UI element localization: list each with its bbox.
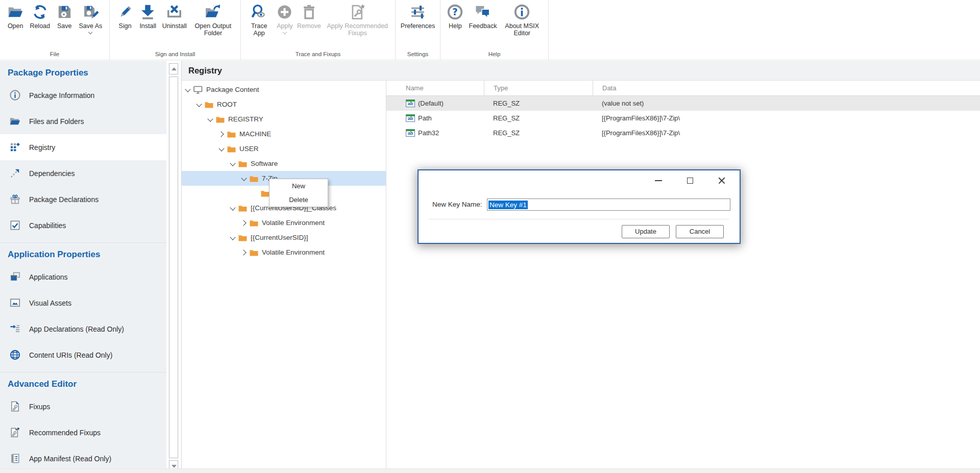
column-header-data[interactable]: Data [593,81,980,95]
sidebar-item-package-information[interactable]: Package Information [0,82,166,108]
feedback-button[interactable]: Feedback [469,0,497,49]
sidebar-item-fixups[interactable]: Fixups [0,393,166,419]
reload-label: Reload [30,22,50,30]
tree-row-machine[interactable]: MACHINE [182,127,386,141]
collapse-chevron-icon[interactable] [240,219,248,227]
app-manifest-icon [9,453,21,464]
about-msix-editor-button[interactable]: About MSIX Editor [502,0,542,49]
about-info-icon [513,4,530,20]
sidebar-item-registry[interactable]: Registry [0,134,166,160]
sidebar-item-visual-assets[interactable]: Visual Assets [0,290,166,316]
tree-row-software[interactable]: Software [182,156,386,171]
sidebar-item-content-uris[interactable]: Content URIs (Read Only) [0,342,166,368]
apply-recommended-fixups-button[interactable]: Apply Recommended Fixups [325,0,390,49]
help-icon: ? [447,4,463,20]
save-button[interactable]: Save [56,0,73,49]
expand-chevron-icon[interactable] [240,175,248,182]
expand-chevron-icon[interactable] [195,101,203,108]
value-type: REG_SZ [484,111,593,126]
sign-pencil-icon [117,4,134,20]
remove-button[interactable]: Remove [297,0,321,49]
column-header-type[interactable]: Type [484,81,593,95]
content-uris-globe-icon [9,349,21,361]
package-information-label: Package Information [29,91,94,99]
reload-button[interactable]: Reload [30,0,50,49]
value-data: (value not set) [593,96,980,111]
value-type: REG_SZ [484,96,593,111]
reg-sz-icon [406,129,415,137]
expand-chevron-icon[interactable] [229,234,236,241]
reload-icon [32,4,48,20]
svg-text:?: ? [452,7,458,17]
expand-chevron-icon[interactable] [218,145,225,153]
scroll-up-arrow-icon [172,67,177,70]
save-as-dropdown-chevron-icon[interactable] [88,31,92,35]
expand-chevron-icon[interactable] [184,86,191,93]
dialog-separator [429,219,729,219]
sidebar-item-files-and-folders[interactable]: Files and Folders [0,108,166,134]
table-row-path[interactable]: Path REG_SZ [{ProgramFilesX86}]\7-Zip\ [386,111,980,126]
expand-chevron-icon[interactable] [229,205,236,212]
help-button[interactable]: ? Help [447,0,463,49]
apply-button[interactable]: Apply [276,0,293,49]
update-button[interactable]: Update [622,225,670,238]
context-menu-item-delete[interactable]: Delete [270,193,328,207]
close-button[interactable] [714,175,729,186]
cancel-button[interactable]: Cancel [676,225,724,238]
tree-row-volatile-environment[interactable]: Volatile Environment [182,215,386,230]
install-button[interactable]: Install [139,0,156,49]
sidebar-item-app-declarations[interactable]: App Declarations (Read Only) [0,316,166,342]
uninstall-button[interactable]: Uninstall [162,0,187,49]
sign-button[interactable]: Sign [117,0,134,49]
dependencies-label: Dependencies [29,169,75,178]
collapse-chevron-icon[interactable] [240,249,248,256]
sidebar-item-applications[interactable]: Applications [0,264,166,290]
save-as-button[interactable]: Save As [79,0,102,49]
applications-label: Applications [29,273,68,281]
files-and-folders-label: Files and Folders [29,117,84,126]
folder-icon [250,249,258,256]
remove-trash-icon [301,4,317,20]
apply-recommended-fixups-icon [349,4,366,20]
apply-dropdown-chevron-icon [283,31,287,35]
open-button[interactable]: Open [7,0,24,49]
sidebar-item-app-manifest[interactable]: App Manifest (Read Only) [0,445,166,471]
sidebar-scrollbar [166,61,181,473]
context-menu-item-new[interactable]: New [270,179,328,193]
expand-chevron-icon[interactable] [207,116,214,123]
table-row-path32[interactable]: Path32 REG_SZ [{ProgramFilesX86}]\7-Zip\ [386,126,980,140]
sidebar-item-package-declarations[interactable]: Package Declarations [0,186,166,212]
sidebar-item-capabilities[interactable]: Capabilities [0,212,166,238]
scrollbar-thumb[interactable] [169,77,178,458]
tree-row-volatile-environment[interactable]: Volatile Environment [182,245,386,260]
sidebar-divider [0,372,166,372]
tree-label: Volatile Environment [262,248,325,256]
scrollbar-up-button[interactable] [169,63,178,74]
tree-row-currentusersid[interactable]: [{CurrentUserSID}] [182,230,386,245]
expand-chevron-icon[interactable] [229,160,236,167]
sidebar-item-dependencies[interactable]: Dependencies [0,160,166,186]
preferences-button[interactable]: Preferences [401,0,435,49]
tree-row-package-content[interactable]: Package Content [182,82,386,97]
reg-sz-icon [406,114,415,122]
new-key-name-input[interactable]: New Key #1 [487,198,730,211]
package-declarations-icon [9,193,21,205]
tree-row-user[interactable]: USER [182,141,386,156]
reg-sz-icon [406,99,415,107]
folder-icon [238,234,247,241]
minimize-button[interactable] [651,175,666,186]
trace-app-button[interactable]: Trace App [246,0,273,49]
install-label: Install [139,22,156,30]
package-content-monitor-icon [193,86,203,94]
tree-row-registry[interactable]: REGISTRY [182,112,386,127]
sidebar-heading-application-properties: Application Properties [0,246,166,264]
value-name: (Default) [418,99,444,107]
sidebar-item-recommended-fixups[interactable]: Recommended Fixups [0,419,166,445]
tree-label: MACHINE [239,130,271,138]
collapse-chevron-icon[interactable] [218,131,225,138]
tree-row-root[interactable]: ROOT [182,97,386,112]
open-output-folder-button[interactable]: Open Output Folder [192,0,233,49]
table-row-default[interactable]: (Default) REG_SZ (value not set) [386,96,980,111]
maximize-button[interactable] [682,175,698,186]
column-header-name[interactable]: Name [386,81,484,95]
